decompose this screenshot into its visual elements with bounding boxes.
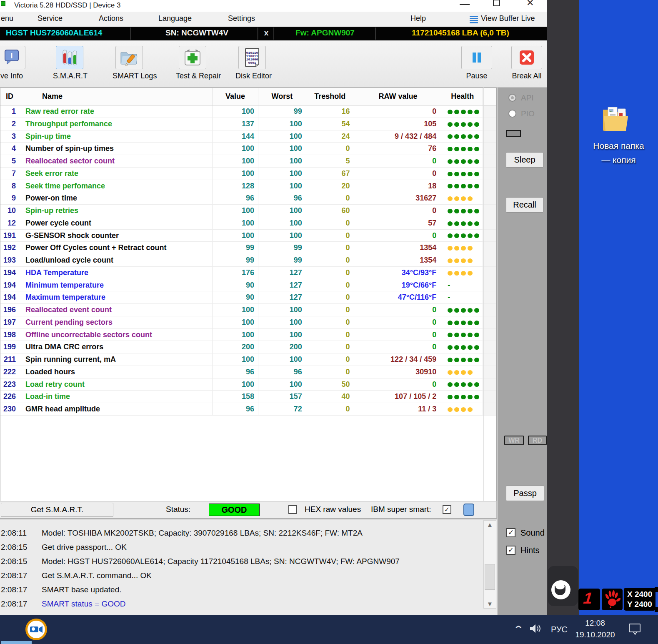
smart-table-row[interactable]: 5Reallocated sector count10010050 <box>0 155 496 168</box>
attribute-health <box>442 230 483 242</box>
attribute-name: Maximum temperature <box>19 291 213 303</box>
recall-button[interactable]: Recall <box>506 197 543 213</box>
menu-item-language[interactable]: Language <box>158 14 192 23</box>
header-worst[interactable]: Worst <box>258 88 306 105</box>
disk-editor-button[interactable]: 0101101100111010000001 Disk Editor <box>235 46 269 80</box>
smart-table-row[interactable]: 198Offline uncorrectable sectors count10… <box>0 329 496 341</box>
tray-chevron-icon[interactable]: ⌃ <box>513 624 524 635</box>
smart-logs-button[interactable]: SMART Logs <box>113 46 146 80</box>
ibm-color-swatch[interactable] <box>463 504 474 516</box>
attribute-value: 96 <box>213 403 258 415</box>
pio-radio[interactable] <box>508 110 516 118</box>
wr-button[interactable]: WR <box>504 436 524 445</box>
health-dot <box>474 308 479 313</box>
header-health[interactable]: Health <box>442 88 483 105</box>
attribute-health <box>442 391 483 403</box>
health-dot <box>454 395 459 399</box>
smart-table-row[interactable]: 1Raw read error rate10099160 <box>0 105 496 118</box>
attribute-worst: 127 <box>258 279 306 291</box>
smart-table-row[interactable]: 3Spin-up time144100249 / 432 / 484 <box>0 130 496 143</box>
smart-table-row[interactable]: 4Number of spin-up times100100076 <box>0 143 496 155</box>
row-scroll-track <box>483 242 496 254</box>
header-name[interactable]: Name <box>19 88 213 105</box>
smart-table-row[interactable]: 194Maximum temperature90127047°C/116°F- <box>0 291 496 304</box>
app-icon <box>1 1 5 6</box>
passp-button[interactable]: Passp <box>506 486 544 501</box>
smart-button[interactable]: S.M.A.R.T <box>53 46 86 80</box>
menu-item-settings[interactable]: Settings <box>228 14 255 23</box>
smart-table-row[interactable]: 8Seek time perfomance1281002018 <box>0 180 496 193</box>
menu-item-menu[interactable]: enu <box>1 14 13 23</box>
get-smart-button[interactable]: Get S.M.A.R.T. <box>1 503 113 517</box>
scroll-down-icon[interactable]: ▼ <box>484 600 496 608</box>
attribute-id: 230 <box>0 403 19 415</box>
ibm-super-smart-checkbox[interactable]: ✓ <box>443 505 451 514</box>
header-treshold[interactable]: Treshold <box>306 88 354 105</box>
log-scrollbar[interactable]: ▲ ▼ <box>483 520 496 609</box>
attribute-id: 199 <box>0 341 19 353</box>
pause-button[interactable]: Pause <box>460 46 493 80</box>
smart-table-row[interactable]: 230GMR head amplitude9672011 / 3 <box>0 403 496 416</box>
binary-text: 0101101100111010000001 <box>246 51 258 65</box>
minimize-button[interactable] <box>460 4 470 5</box>
health-dot <box>468 184 473 188</box>
smart-table-row[interactable]: 199Ultra DMA CRC errors20020000 <box>0 341 496 353</box>
attribute-name: Load/unload cycle count <box>19 254 213 266</box>
attribute-treshold: 0 <box>306 267 354 279</box>
menu-item-view-buffer-live[interactable]: View Buffer Live <box>481 14 535 23</box>
health-dot <box>448 184 453 188</box>
rd-button[interactable]: RD <box>528 436 547 445</box>
attribute-name: Power-on time <box>19 192 213 204</box>
attribute-health <box>442 366 483 378</box>
smart-table-row[interactable]: 192Power Off Cycles count + Retract coun… <box>0 242 496 254</box>
smart-table-row[interactable]: 12Power cycle count100100057 <box>0 217 496 230</box>
smart-table-row[interactable]: 2Throughput perfomance13710054105 <box>0 118 496 130</box>
header-id[interactable]: ID <box>0 88 19 105</box>
smart-table-row[interactable]: 194HDA Temperature176127034°C/93°F <box>0 267 496 279</box>
attribute-value: 100 <box>213 230 258 242</box>
smart-table-row[interactable]: 193Load/unload cycle count999901354 <box>0 254 496 267</box>
screen-recorder-icon[interactable] <box>25 618 48 641</box>
smart-table-row[interactable]: 226Load-in time15815740107 / 105 / 2 <box>0 391 496 403</box>
sleep-button[interactable]: Sleep <box>506 152 543 168</box>
log-timestamp: 2:08:15 <box>1 543 27 552</box>
attribute-id: 7 <box>0 168 19 180</box>
close-button[interactable]: ✕ <box>526 0 534 8</box>
desktop-folder-icon[interactable] <box>602 105 635 138</box>
smart-table-row[interactable]: 7Seek error rate100100670 <box>0 168 496 180</box>
health-dot <box>468 233 473 238</box>
smart-table-row[interactable]: 197Current pending sectors10010000 <box>0 316 496 329</box>
smart-table-row[interactable]: 211Spin running current, mA1001000122 / … <box>0 353 496 366</box>
smart-table-row[interactable]: 223Load retry count100100500 <box>0 378 496 391</box>
taskbar-date: 19.10.2020 <box>574 629 616 641</box>
header-raw-value[interactable]: RAW value <box>354 88 443 105</box>
hints-checkbox[interactable]: ✓ <box>506 546 515 555</box>
maximize-button[interactable] <box>493 0 500 6</box>
break-all-button[interactable]: Break All <box>510 46 543 80</box>
row-scroll-track <box>483 143 496 155</box>
speaker-icon[interactable] <box>529 623 542 636</box>
health-dot <box>448 110 453 114</box>
smart-table-row[interactable]: 196Reallocated event count10010000 <box>0 304 496 316</box>
scroll-up-icon[interactable]: ▲ <box>484 521 496 529</box>
smart-table-row[interactable]: 191G-SENSOR shock counter10010000 <box>0 230 496 242</box>
row-scroll-track <box>483 155 496 167</box>
menu-item-help[interactable]: Help <box>410 14 426 23</box>
drive-info-button[interactable]: i ve Info <box>0 46 28 80</box>
smart-table-row[interactable]: 9Power-on time9696031627 <box>0 192 496 205</box>
language-indicator[interactable]: РУС <box>551 625 568 634</box>
clock[interactable]: 12:08 19.10.2020 <box>574 617 616 641</box>
attribute-treshold: 20 <box>306 180 354 192</box>
test-repair-button[interactable]: Test & Repair <box>176 46 209 80</box>
api-radio[interactable] <box>508 94 516 102</box>
menu-item-service[interactable]: Service <box>38 14 63 23</box>
menu-item-actions[interactable]: Actions <box>99 14 123 23</box>
smart-table-row[interactable]: 222Loaded hours9696030910 <box>0 366 496 378</box>
hex-raw-values-checkbox[interactable] <box>288 505 297 514</box>
smart-table-row[interactable]: 10Spin-up retries100100600 <box>0 205 496 217</box>
scrollbar-thumb[interactable] <box>485 564 495 590</box>
sound-checkbox[interactable]: ✓ <box>506 528 515 537</box>
smart-table-row[interactable]: 194Minimum temperature90127019°C/66°F- <box>0 279 496 292</box>
notification-center-icon[interactable] <box>628 623 642 637</box>
header-value[interactable]: Value <box>213 88 258 105</box>
